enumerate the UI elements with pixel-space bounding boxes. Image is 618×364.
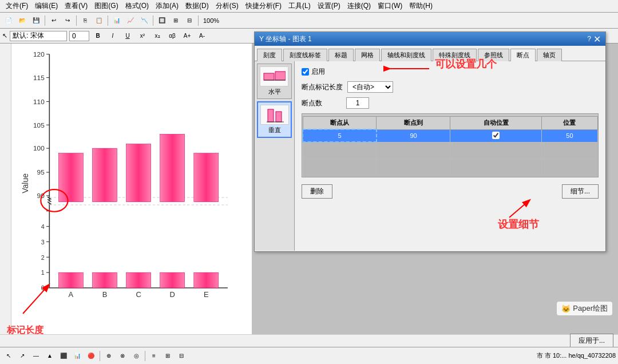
menu-data[interactable]: 数据(D) bbox=[182, 0, 212, 12]
menu-help[interactable]: 帮助(H) bbox=[406, 0, 436, 12]
menu-settings[interactable]: 设置(P) bbox=[314, 0, 344, 12]
new-btn[interactable]: 📄 bbox=[2, 14, 15, 27]
svg-text:110: 110 bbox=[33, 98, 45, 106]
cell-to[interactable]: 90 bbox=[377, 129, 450, 142]
svg-rect-53 bbox=[276, 112, 282, 122]
menu-window[interactable]: 窗口(W) bbox=[374, 0, 406, 12]
sep2 bbox=[76, 15, 77, 26]
tab-axis-line[interactable]: 轴线和刻度线 bbox=[381, 49, 431, 61]
dialog-titlebar: Y 坐标轴 - 图表 1 ? ✕ bbox=[255, 32, 605, 46]
bold-btn[interactable]: B bbox=[92, 30, 104, 42]
subscript-btn[interactable]: x₂ bbox=[151, 30, 164, 42]
font-size-input[interactable] bbox=[69, 31, 89, 41]
menu-add[interactable]: 添加(A) bbox=[152, 0, 182, 12]
svg-text:C: C bbox=[136, 290, 141, 299]
svg-rect-38 bbox=[194, 272, 219, 288]
undo-btn[interactable]: ↩ bbox=[47, 14, 60, 27]
copy-btn[interactable]: ⎘ bbox=[79, 14, 92, 27]
tb-btn9[interactable]: ⊟ bbox=[183, 14, 196, 27]
horizontal-label: 水平 bbox=[260, 88, 289, 96]
dialog-close-btn[interactable]: ✕ bbox=[593, 34, 601, 45]
menu-format[interactable]: 格式(O) bbox=[122, 0, 152, 12]
break-count-input[interactable] bbox=[346, 97, 369, 109]
svg-text:100: 100 bbox=[33, 144, 45, 152]
tab-grid[interactable]: 网格 bbox=[355, 49, 380, 61]
bt-btn5[interactable]: ⬛ bbox=[57, 350, 70, 362]
table-row[interactable]: 5 90 50 bbox=[303, 129, 598, 142]
enabled-checkbox[interactable] bbox=[302, 68, 309, 76]
cell-position[interactable]: 50 bbox=[541, 129, 597, 142]
svg-text:105: 105 bbox=[33, 121, 45, 129]
paste-btn[interactable]: 📋 bbox=[93, 14, 105, 27]
tb-btn4[interactable]: 📊 bbox=[110, 14, 123, 27]
menu-view[interactable]: 查看(V) bbox=[61, 0, 91, 12]
menu-edit[interactable]: 编辑(E) bbox=[31, 0, 61, 12]
bigger-btn[interactable]: A+ bbox=[181, 30, 193, 42]
tb-btn8[interactable]: ⊞ bbox=[169, 14, 182, 27]
apply-to-btn[interactable]: 应用于... bbox=[570, 334, 613, 348]
svg-text:4: 4 bbox=[41, 223, 45, 230]
zoom-label: 100% bbox=[201, 17, 221, 24]
superscript-btn[interactable]: x² bbox=[136, 30, 149, 42]
annotation-can-set-few: 可以设置几个 bbox=[435, 57, 497, 71]
menu-connect[interactable]: 连接(Q) bbox=[344, 0, 374, 12]
detail-btn[interactable]: 细节... bbox=[562, 184, 599, 199]
chart-ruler bbox=[0, 43, 11, 347]
auto-pos-checkbox[interactable] bbox=[492, 132, 500, 139]
menu-tools[interactable]: 工具(L) bbox=[285, 0, 314, 12]
chart-area[interactable]: Value 120 115 bbox=[11, 48, 247, 312]
bt-btn1[interactable]: ↖ bbox=[2, 350, 15, 362]
svg-text:D: D bbox=[170, 290, 175, 299]
menu-file[interactable]: 文件(F) bbox=[2, 0, 31, 12]
bottom-toolbar: ↖ ↗ — ▲ ⬛ 📊 🔴 ⊕ ⊗ ◎ ≡ ⊞ ⊟ 市 市 10:... he/… bbox=[0, 347, 618, 364]
bt-btn8[interactable]: ⊕ bbox=[102, 350, 115, 362]
bt-sep2 bbox=[145, 351, 145, 361]
open-btn[interactable]: 📂 bbox=[16, 14, 29, 27]
vertical-axis-icon bbox=[263, 107, 286, 123]
menu-graph[interactable]: 图图(G) bbox=[91, 0, 121, 12]
bt-btn3[interactable]: — bbox=[30, 350, 42, 362]
dialog-title: Y 坐标轴 - 图表 1 bbox=[259, 34, 312, 44]
dialog-question-btn[interactable]: ? bbox=[587, 35, 591, 43]
screen-info: 市 市 10:... he/qq_40732208 bbox=[537, 351, 616, 360]
menu-analysis[interactable]: 分析(S) bbox=[212, 0, 242, 12]
bt-btn11[interactable]: ≡ bbox=[148, 350, 160, 362]
bt-btn6[interactable]: 📊 bbox=[71, 350, 84, 362]
bt-btn13[interactable]: ⊟ bbox=[175, 350, 188, 362]
smaller-btn[interactable]: A- bbox=[196, 30, 208, 42]
bt-btn10[interactable]: ◎ bbox=[130, 350, 142, 362]
bt-btn7[interactable]: 🔴 bbox=[85, 350, 97, 362]
watermark-text: Paper绘图 bbox=[573, 303, 608, 314]
bt-btn12[interactable]: ⊞ bbox=[161, 350, 174, 362]
svg-rect-30 bbox=[58, 272, 83, 288]
tab-axis-page[interactable]: 轴页 bbox=[537, 49, 562, 61]
chart-svg: Value 120 115 bbox=[11, 48, 247, 312]
tab-title[interactable]: 标题 bbox=[328, 49, 354, 61]
save-btn[interactable]: 💾 bbox=[30, 14, 42, 27]
italic-btn[interactable]: I bbox=[106, 30, 119, 42]
svg-rect-36 bbox=[160, 272, 185, 288]
bt-btn9[interactable]: ⊗ bbox=[116, 350, 129, 362]
tb-btn6[interactable]: 📉 bbox=[138, 14, 150, 27]
delete-btn[interactable]: 删除 bbox=[302, 184, 332, 199]
svg-rect-50 bbox=[275, 72, 286, 80]
tab-break[interactable]: 断点 bbox=[510, 49, 536, 61]
tb-btn5[interactable]: 📈 bbox=[124, 14, 137, 27]
horizontal-axis-btn[interactable]: 水平 bbox=[257, 64, 292, 99]
vertical-axis-btn[interactable]: 垂直 bbox=[257, 101, 292, 138]
underline-btn[interactable]: U bbox=[121, 30, 134, 42]
tab-scale-label[interactable]: 刻度线标签 bbox=[283, 49, 327, 61]
bt-btn2[interactable]: ↗ bbox=[16, 350, 29, 362]
tb-btn7[interactable]: 🔲 bbox=[156, 14, 168, 27]
break-mark-length-select[interactable]: <自动> bbox=[347, 81, 393, 93]
cell-from[interactable]: 5 bbox=[303, 129, 377, 142]
bt-btn4[interactable]: ▲ bbox=[43, 350, 56, 362]
cell-auto-pos[interactable] bbox=[450, 129, 542, 142]
font-family-input[interactable] bbox=[10, 31, 67, 41]
statusbar: 应用于... 🐱 Paper绘图 bbox=[0, 334, 618, 347]
alpha-btn[interactable]: αβ bbox=[166, 30, 179, 42]
chart-panel: 1 Value 120 bbox=[0, 43, 252, 347]
redo-btn[interactable]: ↪ bbox=[61, 14, 74, 27]
menu-quick-analysis[interactable]: 快捷分析(F) bbox=[242, 0, 285, 12]
tab-scale[interactable]: 刻度 bbox=[257, 49, 282, 61]
